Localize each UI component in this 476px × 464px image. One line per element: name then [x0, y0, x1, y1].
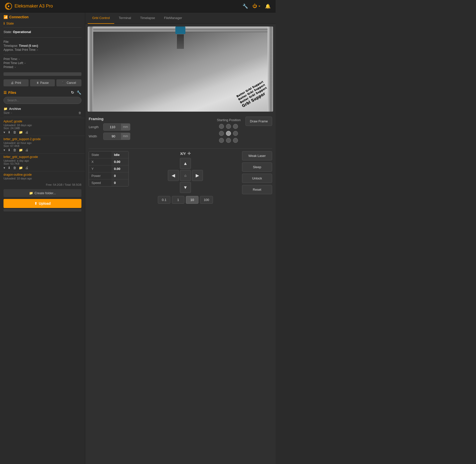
length-input-group: mm: [103, 123, 130, 131]
length-input-row: Length mm: [89, 123, 212, 131]
file-meta-0: Uploaded: 18 days ago Size: 24.1MB: [4, 124, 81, 130]
state-val-1: 0.00: [111, 158, 129, 165]
file-print-icon-1[interactable]: 🖨: [25, 148, 29, 152]
file-name-2[interactable]: brtter_grbl_support.gcode: [4, 155, 81, 159]
list-item: brtter_grbl_support-2.gcode Uploaded: an…: [0, 136, 85, 153]
cancel-button[interactable]: ⬛ Cancel: [56, 79, 81, 86]
list-item: brtter_grbl_support.gcode Uploaded: a da…: [0, 153, 85, 171]
folder-create-icon: 📁: [29, 191, 33, 195]
print-progress-bar: [4, 72, 81, 76]
pos-dot-br[interactable]: [233, 138, 238, 143]
step-1-button[interactable]: 1: [172, 196, 184, 204]
list-item: AplusC.gcode Uploaded: 18 days ago Size:…: [0, 118, 85, 136]
xy-navigation: X/Y ✛ ▲ ◀ ⌂ ▶ ▼ 0.1: [134, 151, 237, 204]
weak-laser-button[interactable]: Weak Laser: [242, 151, 272, 160]
xy-nav-grid: ▲ ◀ ⌂ ▶ ▼: [168, 158, 203, 193]
step-100-button[interactable]: 100: [200, 196, 213, 204]
file-print-icon-2[interactable]: 🖨: [25, 166, 29, 170]
pos-dot-bl[interactable]: [219, 138, 224, 143]
file-name-3[interactable]: dragon-outline.gcode: [4, 173, 81, 176]
file-download-icon-1[interactable]: ⬇: [8, 148, 11, 152]
tab-terminal[interactable]: Terminal: [114, 13, 136, 24]
state-key-3: Power: [89, 172, 111, 179]
tab-filemanager[interactable]: FileManager: [160, 13, 187, 24]
archive-header: 📁 Archive: [4, 107, 81, 111]
starting-position-area: Starting Position: [217, 117, 241, 143]
file-download-icon-2[interactable]: ⬇: [8, 166, 11, 170]
step-01-button[interactable]: 0.1: [158, 196, 170, 204]
file-folder-icon-1[interactable]: 📁: [19, 148, 23, 152]
state-operational-label: State: Operational: [4, 30, 81, 34]
pause-icon: ⏸: [36, 81, 39, 85]
file-name-1[interactable]: brtter_grbl_support-2.gcode: [4, 137, 81, 141]
file-delete-icon-2[interactable]: 🗑: [13, 166, 16, 170]
file-actions-2: ▾ ⬇ 🗑 📁 🖨: [4, 166, 81, 170]
xy-left-button[interactable]: ◀: [168, 170, 179, 181]
position-grid: [219, 124, 239, 143]
upload-button[interactable]: ⬆ Upload: [4, 199, 81, 208]
main-layout: 📶 Connection ℹ State State: Operational …: [0, 13, 276, 464]
state-key-2: Y: [89, 165, 111, 172]
sleep-button[interactable]: Sleep: [242, 162, 272, 172]
length-input[interactable]: [103, 124, 121, 130]
camera-view: Better Grbl Support Better Grbl Support …: [88, 27, 273, 112]
pos-dot-bc[interactable]: [226, 138, 231, 143]
width-input[interactable]: [103, 133, 121, 140]
file-dropdown-icon-0[interactable]: ▾: [4, 130, 5, 134]
laser-head: [177, 34, 184, 49]
sidebar: 📶 Connection ℹ State State: Operational …: [0, 13, 85, 464]
wrench-icon[interactable]: 🔧: [243, 4, 248, 9]
framing-row: Framing Length mm Width mm: [89, 117, 272, 143]
tab-grbl-control[interactable]: Grbl Control: [88, 13, 114, 24]
pos-dot-tl[interactable]: [219, 124, 224, 129]
file-delete-icon-0[interactable]: 🗑: [13, 130, 16, 134]
print-icon: 🖨: [11, 81, 14, 85]
file-dropdown-icon-1[interactable]: ▾: [4, 148, 5, 152]
pause-button[interactable]: ⏸ Pause: [30, 79, 55, 86]
search-input[interactable]: [4, 97, 81, 104]
xy-down-button[interactable]: ▼: [180, 182, 191, 193]
step-10-button[interactable]: 10: [186, 196, 198, 204]
storage-info: Free: 54.2GB / Total: 58.5GB: [0, 182, 85, 187]
tab-timelapse[interactable]: Timelapse: [136, 13, 159, 24]
bell-icon[interactable]: 🔔: [265, 4, 271, 9]
file-name-0[interactable]: AplusC.gcode: [4, 120, 81, 123]
table-row: Speed 0: [89, 179, 129, 186]
file-print-icon-0[interactable]: 🖨: [25, 130, 29, 134]
draw-frame-button[interactable]: Draw Frame: [246, 117, 272, 126]
power-icon[interactable]: ⏻ ▾: [253, 4, 261, 9]
file-delete-icon-1[interactable]: 🗑: [13, 148, 16, 152]
file-folder-icon-0[interactable]: 📁: [19, 130, 23, 134]
file-actions-1: ▾ ⬇ 🗑 📁 🖨: [4, 148, 81, 152]
framing-label: Framing: [89, 117, 212, 121]
app-logo-icon: [5, 3, 12, 10]
xy-right-button[interactable]: ▶: [192, 170, 203, 181]
pos-dot-ml[interactable]: [219, 131, 224, 136]
xy-home-button[interactable]: ⌂: [180, 170, 191, 181]
pos-dot-tc[interactable]: [226, 124, 231, 129]
refresh-icon[interactable]: ↻: [71, 90, 74, 95]
pos-dot-mr[interactable]: [233, 131, 238, 136]
pos-dot-mc[interactable]: [226, 131, 231, 136]
pos-dot-tr[interactable]: [233, 124, 238, 129]
wrench-files-icon[interactable]: 🔧: [77, 90, 81, 95]
file-dropdown-icon-2[interactable]: ▾: [4, 166, 5, 170]
file-folder-icon-2[interactable]: 📁: [19, 166, 23, 170]
create-folder-button[interactable]: 📁 Create folder...: [4, 189, 81, 197]
framing-left: Framing Length mm Width mm: [89, 117, 212, 142]
right-control-buttons: Weak Laser Sleep Unlock Reset: [242, 151, 272, 194]
xy-up-button[interactable]: ▲: [180, 158, 191, 169]
camera-scene: Better Grbl Support Better Grbl Support …: [88, 27, 273, 112]
reset-button[interactable]: Reset: [242, 185, 272, 194]
info-icon: ℹ: [4, 22, 5, 25]
delete-archive-icon[interactable]: 🗑: [78, 111, 81, 115]
width-unit: mm: [121, 133, 130, 140]
unlock-button[interactable]: Unlock: [242, 174, 272, 183]
state-key-1: X: [89, 158, 111, 165]
framing-controls: Framing Length mm Width mm: [85, 114, 276, 148]
print-button[interactable]: 🖨 Print: [4, 79, 29, 86]
state-section-header: ℹ State: [0, 21, 85, 26]
file-download-icon-0[interactable]: ⬇: [8, 130, 11, 134]
table-row: X 0.00: [89, 158, 129, 165]
printed-info: Printed: -: [4, 65, 81, 69]
